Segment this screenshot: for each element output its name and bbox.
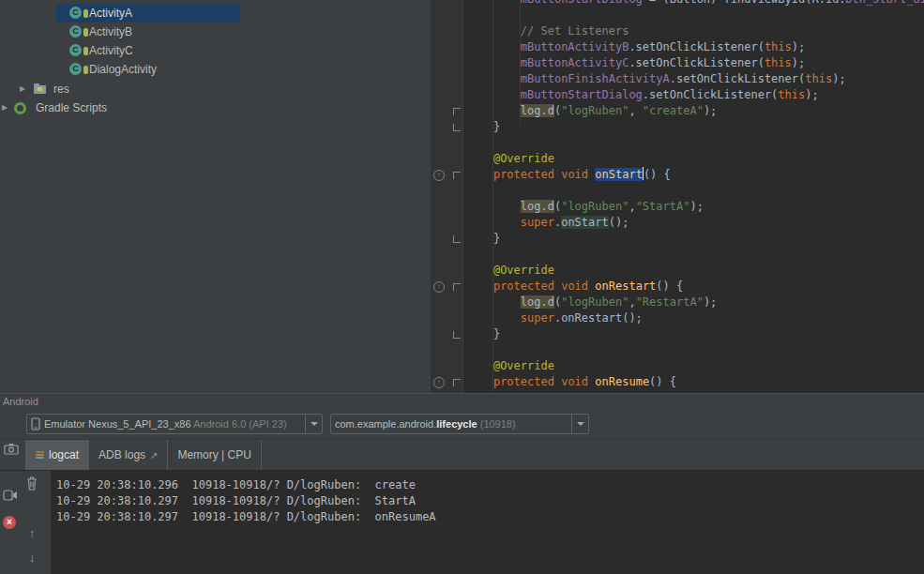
screen-record-icon[interactable] (3, 490, 18, 501)
code-line[interactable]: log.d("logRuben", "createA"); (466, 103, 924, 119)
code-token: onStart (561, 216, 609, 229)
code-fold-marker[interactable] (453, 331, 461, 339)
screenshot-camera-icon[interactable] (4, 443, 19, 456)
code-line[interactable]: super.onRestart(); (466, 310, 924, 326)
tab-label: Memory | CPU (177, 448, 250, 461)
code-token: log.d (521, 200, 554, 213)
code-line[interactable]: log.d("logRuben","RestartA"); (466, 295, 924, 310)
code-line[interactable]: // Set Listeners (466, 23, 924, 39)
code-token: mButtonStartDialog (521, 88, 643, 101)
code-token: .onRestart(); (554, 311, 643, 325)
code-indent (466, 311, 521, 325)
overrides-method-icon[interactable]: ↑ (433, 170, 445, 181)
code-token: ); (832, 72, 845, 85)
tab-logcat[interactable]: logcat (25, 440, 89, 470)
code-token: protected (493, 279, 554, 293)
log-line[interactable]: 10-29 20:38:10.297 10918-10918/? D/logRu… (56, 493, 924, 509)
tree-item-gradle-scripts[interactable]: ▶Gradle Scripts (0, 98, 431, 117)
code-token: mButtonFinishActivityA (521, 72, 670, 85)
tree-item-label: ActivityA (89, 7, 132, 20)
tree-item-activityb[interactable]: CActivityB (0, 23, 431, 41)
code-fold-marker[interactable] (453, 172, 461, 179)
code-token: () { (656, 279, 683, 293)
device-selector-value: Emulator Nexus_5_API_23_x86 Android 6.0 … (40, 418, 305, 430)
process-pid: (10918) (477, 418, 516, 430)
code-token: ); (689, 200, 703, 213)
code-indent (466, 0, 521, 6)
code-line[interactable] (466, 8, 924, 23)
code-line[interactable]: protected void onResume() { (466, 374, 924, 390)
overrides-method-icon[interactable]: ↑ (433, 281, 445, 293)
tree-item-res[interactable]: ▶res (0, 80, 431, 98)
code-line[interactable]: @Override (466, 263, 924, 279)
overrides-method-icon[interactable]: ↑ (433, 377, 445, 388)
code-token: ); (704, 295, 717, 309)
code-token: void (561, 168, 588, 181)
log-line[interactable]: 10-29 20:38:10.296 10918-10918/? D/logRu… (56, 477, 924, 493)
code-line[interactable]: protected void onRestart() { (466, 279, 924, 295)
code-indent (466, 168, 493, 181)
code-line[interactable]: mButtonStartDialog.setOnClickListener(th… (466, 87, 924, 103)
dropdown-arrow-icon[interactable] (305, 415, 322, 433)
expand-arrow-icon[interactable]: ▶ (2, 103, 8, 112)
code-fold-marker[interactable] (453, 124, 461, 131)
android-toolwindow-header: Android (0, 393, 924, 409)
code-token: @Override (493, 359, 554, 372)
code-token: void (561, 375, 588, 388)
code-line[interactable]: } (466, 326, 924, 342)
class-icon: C (69, 25, 82, 38)
code-lines[interactable]: mButtonStartDialog = (Button) findViewBy… (466, 0, 924, 390)
log-line[interactable]: 10-29 20:38:10.297 10918-10918/? D/logRu… (56, 509, 924, 525)
code-token: "logRuben" (561, 104, 629, 117)
code-line[interactable]: log.d("logRuben","StartA"); (466, 199, 924, 215)
tree-item-dialogactivity[interactable]: CDialogActivity (0, 60, 431, 79)
process-selector[interactable]: com.example.android.lifecycle (10918) (330, 414, 589, 434)
code-indent (466, 104, 521, 117)
terminate-app-icon[interactable]: × (3, 516, 16, 529)
code-line[interactable]: super.onStart(); (466, 215, 924, 231)
code-token: super (521, 311, 554, 325)
code-token: "RestartA" (636, 295, 704, 309)
code-fold-marker[interactable] (453, 379, 461, 386)
code-fold-marker[interactable] (453, 108, 461, 115)
code-indent (466, 24, 521, 38)
tree-item-activityc[interactable]: CActivityC (0, 41, 431, 60)
code-token: log.d (521, 104, 554, 117)
tab-adb-logs[interactable]: ADB logs↗ (89, 440, 168, 470)
tree-item-activitya[interactable]: CActivityA (0, 4, 431, 23)
code-line[interactable] (466, 135, 924, 151)
code-line[interactable]: protected void onStart() { (466, 167, 924, 183)
code-line[interactable]: mButtonActivityB.setOnClickListener(this… (466, 39, 924, 55)
code-token: this (765, 56, 792, 69)
code-line[interactable]: mButtonFinishActivityA.setOnClickListene… (466, 71, 924, 87)
code-line[interactable] (466, 183, 924, 199)
class-marker-icon (83, 47, 88, 55)
scroll-up-icon[interactable]: ↑ (29, 527, 36, 540)
code-line[interactable] (466, 247, 924, 263)
code-line[interactable]: @Override (466, 151, 924, 167)
code-line[interactable]: mButtonStartDialog = (Button) findViewBy… (466, 0, 924, 8)
code-line[interactable] (466, 342, 924, 358)
expand-arrow-icon[interactable]: ▶ (20, 84, 25, 93)
scroll-down-icon[interactable]: ↓ (29, 551, 36, 565)
code-line[interactable]: mButtonActivityC.setOnClickListener(this… (466, 55, 924, 71)
code-indent (466, 40, 521, 53)
code-fold-marker[interactable] (453, 283, 461, 291)
project-tree-panel[interactable]: CActivityACActivityBCActivityCCDialogAct… (0, 0, 432, 393)
code-token: this (805, 72, 832, 85)
device-selector[interactable]: Emulator Nexus_5_API_23_x86 Android 6.0 … (26, 414, 323, 434)
code-line[interactable]: } (466, 119, 924, 135)
dropdown-arrow-icon[interactable] (571, 415, 588, 433)
clear-logcat-trash-icon[interactable] (26, 476, 38, 491)
code-fold-marker[interactable] (453, 235, 461, 243)
code-line[interactable]: @Override (466, 358, 924, 374)
code-line[interactable]: } (466, 231, 924, 247)
code-indent (466, 327, 493, 340)
editor-gutter[interactable]: ↑↑↑ (431, 0, 463, 393)
class-icon: C (69, 63, 82, 75)
logcat-console[interactable]: 10-29 20:38:10.296 10918-10918/? D/logRu… (52, 471, 924, 574)
tab-memory-cpu[interactable]: Memory | CPU (168, 440, 261, 470)
code-editor[interactable]: ↑↑↑ mButtonStartDialog = (Button) findVi… (431, 0, 924, 393)
class-marker-icon (83, 9, 88, 18)
res-folder-icon (34, 85, 46, 94)
